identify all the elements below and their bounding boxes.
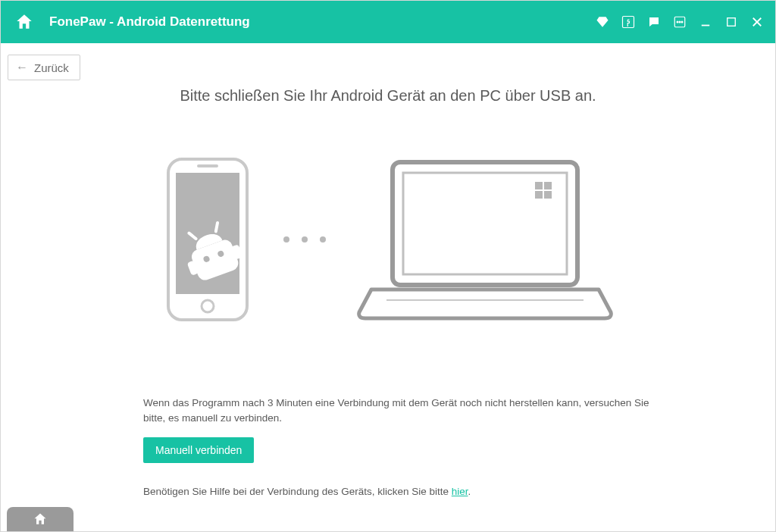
help-text-suffix: .: [468, 486, 471, 497]
laptop-illustration: [356, 156, 614, 323]
feedback-icon[interactable]: [646, 14, 662, 30]
svg-rect-23: [544, 182, 552, 189]
help-line: Benötigen Sie Hilfe bei der Verbindung d…: [143, 484, 674, 499]
minimize-icon[interactable]: [698, 14, 713, 30]
app-window: FonePaw - Android Datenrettung: [0, 0, 776, 532]
svg-rect-25: [544, 191, 552, 199]
svg-point-2: [677, 21, 678, 23]
svg-rect-6: [728, 18, 736, 27]
svg-rect-12: [197, 164, 218, 167]
facebook-icon[interactable]: [621, 14, 636, 30]
titlebar-left: FonePaw - Android Datenrettung: [14, 12, 250, 32]
help-link[interactable]: hier: [452, 486, 468, 497]
home-icon[interactable]: [14, 12, 34, 32]
svg-point-3: [679, 21, 681, 23]
svg-point-4: [681, 21, 683, 23]
manual-connect-info: Wenn das Programm nach 3 Minuten eine Ve…: [143, 396, 674, 425]
content-area: Bitte schließen Sie Ihr Android Gerät an…: [1, 43, 775, 507]
close-icon[interactable]: [749, 14, 765, 30]
titlebar-right: [595, 14, 765, 30]
svg-rect-22: [535, 182, 543, 189]
titlebar: FonePaw - Android Datenrettung: [1, 1, 775, 43]
app-title: FonePaw - Android Datenrettung: [49, 14, 250, 30]
connect-illustration: [1, 156, 775, 323]
svg-rect-24: [535, 191, 543, 199]
menu-icon[interactable]: [672, 14, 687, 30]
help-text-prefix: Benötigen Sie Hilfe bei der Verbindung d…: [143, 486, 452, 497]
svg-rect-0: [623, 17, 634, 28]
diamond-icon[interactable]: [595, 14, 610, 30]
phone-illustration: [162, 156, 253, 323]
manual-connect-button[interactable]: Manuell verbinden: [143, 437, 254, 463]
maximize-icon[interactable]: [724, 14, 739, 30]
footer-home-tab[interactable]: [7, 507, 74, 531]
connection-dots-icon: [283, 236, 326, 243]
page-title: Bitte schließen Sie Ihr Android Gerät an…: [1, 87, 775, 105]
home-icon: [33, 512, 48, 527]
info-block: Wenn das Programm nach 3 Minuten eine Ve…: [143, 396, 674, 499]
